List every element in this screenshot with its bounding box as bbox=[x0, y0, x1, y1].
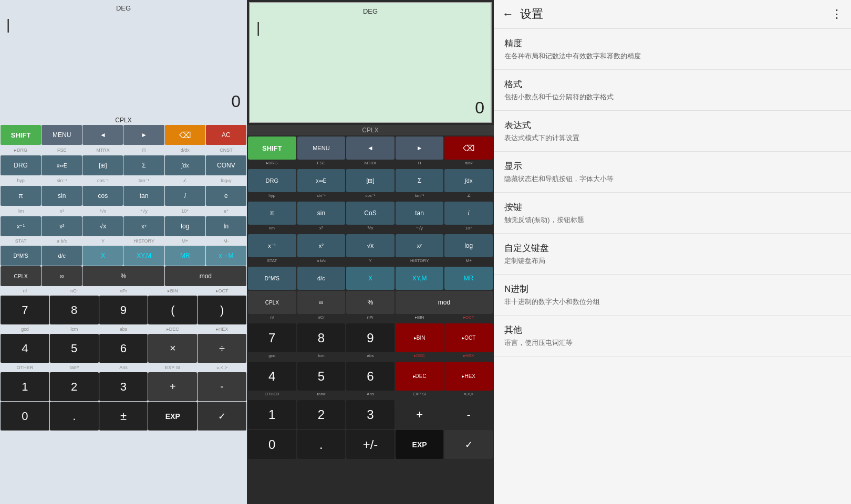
left-backspace-btn[interactable]: ⌫ bbox=[165, 125, 205, 145]
left-5-btn[interactable]: 5 bbox=[50, 334, 99, 363]
center-mr-btn[interactable]: MR bbox=[444, 267, 493, 290]
center-backspace-btn[interactable]: ⌫ bbox=[444, 136, 493, 160]
left-check-btn[interactable]: ✓ bbox=[198, 402, 246, 430]
settings-more-btn[interactable]: ⋮ bbox=[831, 7, 843, 21]
settings-item-keys[interactable]: 按键 触觉反馈(振动)，按钮标题 bbox=[494, 193, 851, 234]
left-sqrt-btn[interactable]: √x bbox=[82, 216, 123, 236]
left-rparen-btn[interactable]: ) bbox=[198, 296, 246, 324]
settings-item-format[interactable]: 格式 包括小数点和千位分隔符的数字格式 bbox=[494, 70, 851, 111]
center-xe-btn[interactable]: x⇔E bbox=[297, 169, 346, 192]
left-e-btn[interactable]: e bbox=[206, 186, 246, 206]
center-tan-btn[interactable]: tan bbox=[396, 202, 444, 225]
left-inf-btn[interactable]: ∞ bbox=[41, 266, 82, 286]
left-add-btn[interactable]: + bbox=[148, 372, 197, 401]
left-ln-btn[interactable]: ln bbox=[206, 216, 246, 236]
center-check-btn[interactable]: ✓ bbox=[444, 430, 493, 459]
left-percent-btn[interactable]: % bbox=[82, 266, 164, 286]
left-conv-btn[interactable]: CONV bbox=[206, 155, 246, 175]
left-log-btn[interactable]: log bbox=[165, 216, 205, 236]
left-negate-btn[interactable]: ± bbox=[99, 402, 148, 430]
center-3-btn[interactable]: 3 bbox=[346, 400, 395, 429]
center-shift-btn[interactable]: SHIFT bbox=[248, 136, 296, 160]
left-sin-btn[interactable]: sin bbox=[41, 186, 82, 206]
center-x-btn[interactable]: X bbox=[346, 267, 395, 290]
left-dc-btn[interactable]: d/c bbox=[41, 246, 82, 266]
center-xy-btn[interactable]: xʸ bbox=[396, 234, 444, 257]
settings-item-precision[interactable]: 精度 在各种布局和记数法中有效数字和幂数的精度 bbox=[494, 29, 851, 70]
center-cplx-btn[interactable]: CPLX bbox=[248, 291, 296, 314]
center-7-btn[interactable]: 7 bbox=[248, 323, 296, 352]
center-0-btn[interactable]: 0 bbox=[248, 430, 296, 459]
left-cos-btn[interactable]: cos bbox=[82, 186, 123, 206]
left-8-btn[interactable]: 8 bbox=[50, 296, 99, 324]
left-xe-btn[interactable]: x⇔E bbox=[41, 155, 82, 175]
center-8-btn[interactable]: 8 bbox=[297, 323, 346, 352]
center-left-arrow-btn[interactable]: ◄ bbox=[346, 136, 395, 160]
left-2-btn[interactable]: 2 bbox=[50, 372, 99, 401]
center-cos-btn[interactable]: CoS bbox=[346, 202, 395, 225]
left-3-btn[interactable]: 3 bbox=[99, 372, 148, 401]
left-xym-btn[interactable]: XY,M bbox=[123, 246, 164, 266]
left-7-btn[interactable]: 7 bbox=[1, 296, 49, 324]
left-shift-btn[interactable]: SHIFT bbox=[1, 125, 41, 145]
center-log-btn[interactable]: log bbox=[444, 234, 493, 257]
left-xy-btn[interactable]: xʸ bbox=[123, 216, 164, 236]
center-sigma-btn[interactable]: Σ bbox=[396, 169, 444, 192]
center-drg-btn[interactable]: DRG bbox=[248, 169, 296, 192]
left-xinv-btn[interactable]: x⁻¹ bbox=[1, 216, 41, 236]
center-sub-btn[interactable]: - bbox=[444, 400, 493, 429]
center-matrix-btn[interactable]: [⊞] bbox=[346, 169, 395, 192]
center-integral-btn[interactable]: ∫dx bbox=[444, 169, 493, 192]
center-menu-btn[interactable]: MENU bbox=[297, 136, 346, 160]
center-2-btn[interactable]: 2 bbox=[297, 400, 346, 429]
center-xym-btn[interactable]: XY,M bbox=[396, 267, 444, 290]
left-cplx-btn[interactable]: CPLX bbox=[1, 266, 41, 286]
settings-item-other[interactable]: 其他 语言，使用压电词汇等 bbox=[494, 316, 851, 356]
left-sub-btn[interactable]: - bbox=[198, 372, 246, 401]
center-percent2-btn[interactable]: % bbox=[346, 291, 395, 314]
left-exp-btn[interactable]: EXP bbox=[148, 402, 197, 430]
left-9-btn[interactable]: 9 bbox=[99, 296, 148, 324]
center-dot-btn[interactable]: . bbox=[297, 430, 346, 459]
center-sin-btn[interactable]: sin bbox=[297, 202, 346, 225]
left-xm-btn[interactable]: x→M bbox=[206, 246, 246, 266]
center-add-btn[interactable]: + bbox=[396, 400, 444, 429]
center-i-btn[interactable]: i bbox=[444, 202, 493, 225]
left-matrix-btn[interactable]: [⊞] bbox=[82, 155, 123, 175]
left-dot-btn[interactable]: . bbox=[50, 402, 99, 430]
left-right-arrow-btn[interactable]: ► bbox=[123, 125, 164, 145]
center-5-btn[interactable]: 5 bbox=[297, 362, 346, 391]
left-4-btn[interactable]: 4 bbox=[1, 334, 49, 363]
center-4-btn[interactable]: 4 bbox=[248, 362, 296, 391]
center-negate-btn[interactable]: +/- bbox=[346, 430, 395, 459]
left-integral-btn[interactable]: ∫dx bbox=[165, 155, 205, 175]
center-xinv-btn[interactable]: x⁻¹ bbox=[248, 234, 296, 257]
settings-item-display[interactable]: 显示 隐藏状态栏和导航按钮，字体大小等 bbox=[494, 152, 851, 193]
center-oct-btn[interactable]: ▸OCT bbox=[444, 323, 493, 352]
left-sigma-btn[interactable]: Σ bbox=[123, 155, 164, 175]
left-6-btn[interactable]: 6 bbox=[99, 334, 148, 363]
center-bin-btn[interactable]: ▸BIN bbox=[396, 323, 444, 352]
center-1-btn[interactable]: 1 bbox=[248, 400, 296, 429]
settings-item-numbase[interactable]: N进制 非十进制的数字大小和数位分组 bbox=[494, 275, 851, 316]
center-dc-btn[interactable]: d/c bbox=[297, 267, 346, 290]
center-hex-btn[interactable]: ▸HEX bbox=[444, 362, 493, 391]
left-mr-btn[interactable]: MR bbox=[165, 246, 205, 266]
center-xsq-btn[interactable]: x² bbox=[297, 234, 346, 257]
settings-back-btn[interactable]: ← bbox=[502, 7, 514, 21]
left-x-btn[interactable]: X bbox=[82, 246, 123, 266]
center-sqrt-btn[interactable]: √x bbox=[346, 234, 395, 257]
center-pi-btn[interactable]: π bbox=[248, 202, 296, 225]
left-tan-btn[interactable]: tan bbox=[123, 186, 164, 206]
settings-item-expression[interactable]: 表达式 表达式模式下的计算设置 bbox=[494, 111, 851, 152]
left-pi-btn[interactable]: π bbox=[1, 186, 41, 206]
left-left-arrow-btn[interactable]: ◄ bbox=[82, 125, 123, 145]
left-1-btn[interactable]: 1 bbox=[1, 372, 49, 401]
center-9-btn[interactable]: 9 bbox=[346, 323, 395, 352]
left-menu-btn[interactable]: MENU bbox=[41, 125, 82, 145]
left-xsq-btn[interactable]: x² bbox=[41, 216, 82, 236]
center-exp-btn[interactable]: EXP bbox=[396, 430, 444, 459]
left-mod-btn[interactable]: mod bbox=[165, 266, 246, 286]
left-dms-btn[interactable]: D°M'S bbox=[1, 246, 41, 266]
left-ac-btn[interactable]: AC bbox=[206, 125, 246, 145]
